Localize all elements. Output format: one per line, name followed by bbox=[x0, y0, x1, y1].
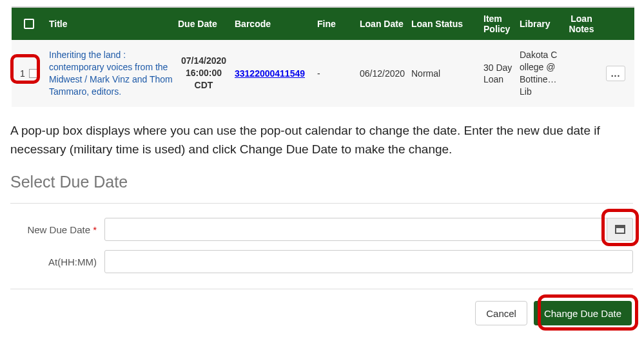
table-row: 1 Inheriting the land : contemporary voi… bbox=[12, 40, 634, 107]
divider bbox=[10, 289, 633, 289]
select-all-checkbox[interactable] bbox=[24, 19, 34, 29]
col-loan-status[interactable]: Loan Status bbox=[409, 15, 481, 33]
instruction-text: A pop-up box displays where you can use … bbox=[10, 121, 634, 159]
at-time-input[interactable] bbox=[104, 250, 633, 273]
cell-loan-status: Normal bbox=[409, 66, 481, 81]
col-loan-notes[interactable]: Loan Notes bbox=[563, 10, 600, 38]
dialog-footer: Cancel Change Due Date bbox=[10, 301, 633, 325]
col-library[interactable]: Library bbox=[517, 15, 563, 33]
barcode-link[interactable]: 33122000411549 bbox=[235, 68, 305, 79]
col-barcode[interactable]: Barcode bbox=[232, 15, 315, 33]
cell-fine: - bbox=[315, 66, 357, 81]
row-actions-button[interactable]: ... bbox=[606, 66, 625, 81]
cell-due-date: 07/14/2020 16:00:00 CDT bbox=[175, 52, 232, 94]
new-due-date-label: New Due Date bbox=[27, 224, 90, 235]
table-header: Title Due Date Barcode Fine Loan Date Lo… bbox=[12, 8, 634, 40]
select-due-date-dialog: Select Due Date New Due Date * At(HH:MM)… bbox=[10, 173, 633, 325]
col-title[interactable]: Title bbox=[46, 15, 175, 33]
cell-loan-notes bbox=[563, 71, 600, 76]
more-icon: ... bbox=[611, 68, 621, 79]
cell-item-policy: 30 Day Loan bbox=[481, 59, 517, 88]
at-label: At(HH:MM) bbox=[10, 256, 104, 267]
change-due-date-button[interactable]: Change Due Date bbox=[534, 301, 632, 325]
field-new-due-date: New Due Date * bbox=[10, 218, 633, 241]
dialog-title: Select Due Date bbox=[10, 173, 633, 191]
item-title-link[interactable]: Inheriting the land : contemporary voice… bbox=[49, 50, 173, 97]
new-due-date-input[interactable] bbox=[104, 218, 607, 241]
calendar-button[interactable] bbox=[607, 218, 633, 241]
col-item-policy[interactable]: Item Policy bbox=[481, 10, 517, 38]
row-checkbox[interactable] bbox=[29, 69, 38, 78]
cancel-button[interactable]: Cancel bbox=[475, 301, 527, 325]
field-at-time: At(HH:MM) bbox=[10, 250, 633, 273]
divider bbox=[10, 203, 633, 204]
col-due-date[interactable]: Due Date bbox=[175, 15, 232, 33]
cell-loan-date: 06/12/2020 bbox=[357, 66, 409, 81]
col-loan-date[interactable]: Loan Date bbox=[357, 15, 409, 33]
row-number: 1 bbox=[20, 68, 25, 79]
required-asterisk: * bbox=[93, 224, 97, 235]
loans-table: Title Due Date Barcode Fine Loan Date Lo… bbox=[12, 6, 634, 107]
col-fine[interactable]: Fine bbox=[315, 15, 357, 33]
cell-library: Dakota College @ Bottine… Lib bbox=[517, 46, 563, 101]
calendar-icon bbox=[615, 225, 625, 234]
